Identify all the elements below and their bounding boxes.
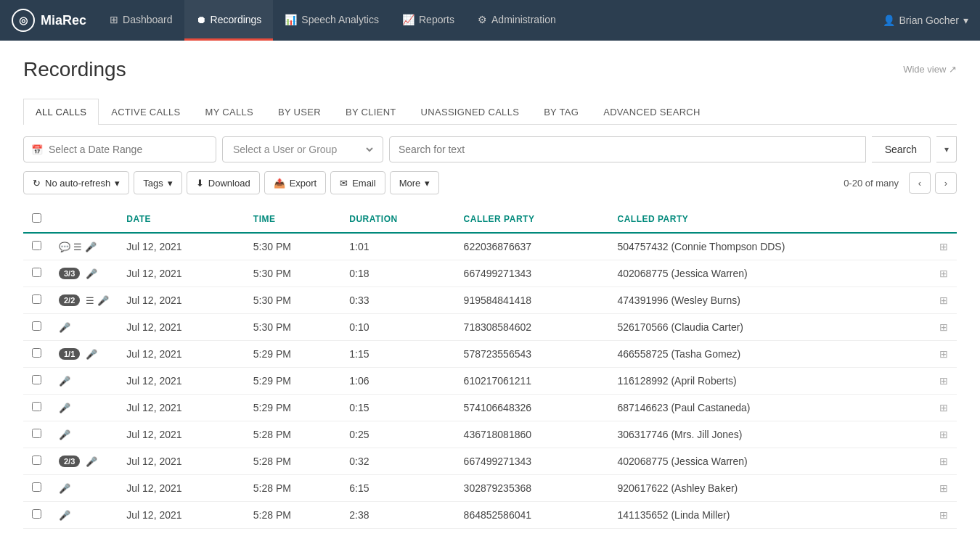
expand-icon[interactable]: ⊞ <box>939 456 948 467</box>
row-caller: 864852586041 <box>455 502 609 529</box>
export-icon: 📤 <box>274 178 285 189</box>
row-called: 474391996 (Wesley Burns) <box>608 287 931 314</box>
row-called: 402068775 (Jessica Warren) <box>608 260 931 287</box>
reports-icon: 📈 <box>402 14 415 25</box>
mic-icon: 🎤 <box>97 295 109 306</box>
row-checkbox[interactable] <box>32 294 41 304</box>
row-date: Jul 12, 2021 <box>118 395 245 421</box>
search-input[interactable] <box>399 144 857 155</box>
nav-recordings[interactable]: ⏺ Recordings <box>184 0 274 41</box>
tab-all-calls[interactable]: All Calls <box>23 99 99 125</box>
filters-row: 📅 Select a User or Group Search ▾ <box>23 136 957 162</box>
email-button[interactable]: ✉ Email <box>330 171 385 194</box>
user-menu[interactable]: 👤 Brian Gocher ▾ <box>883 15 968 26</box>
row-called: 466558725 (Tasha Gomez) <box>608 341 931 368</box>
more-button[interactable]: More ▾ <box>390 171 440 194</box>
navbar: ◎ MiaRec ⊞ Dashboard ⏺ Recordings 📊 Spee… <box>0 0 980 41</box>
row-duration: 0:25 <box>340 421 454 448</box>
nav-reports[interactable]: 📈 Reports <box>391 0 466 41</box>
nav-administration[interactable]: ⚙ Administration <box>466 0 568 41</box>
tab-by-tag[interactable]: By Tag <box>531 99 591 125</box>
expand-icon[interactable]: ⊞ <box>939 348 948 360</box>
row-checkbox[interactable] <box>32 402 41 411</box>
tab-by-client[interactable]: By Client <box>333 99 409 125</box>
list-icon: ☰ <box>73 242 82 252</box>
row-time: 5:29 PM <box>245 395 340 421</box>
row-checkbox[interactable] <box>32 375 41 384</box>
row-date: Jul 12, 2021 <box>118 287 245 314</box>
row-date: Jul 12, 2021 <box>118 502 245 529</box>
prev-page-button[interactable]: ‹ <box>909 172 931 194</box>
row-expand-cell: ⊞ <box>931 287 957 314</box>
expand-icon[interactable]: ⊞ <box>939 482 948 494</box>
row-expand-cell: ⊞ <box>931 502 957 529</box>
row-icons-cell: 🎤 <box>50 314 118 341</box>
export-button[interactable]: 📤 Export <box>264 171 327 194</box>
brand-logo[interactable]: ◎ MiaRec <box>12 9 86 32</box>
expand-icon[interactable]: ⊞ <box>939 429 948 440</box>
calendar-icon: 📅 <box>31 144 43 155</box>
expand-icon[interactable]: ⊞ <box>939 509 948 521</box>
table-row: 🎤 Jul 12, 2021 5:29 PM 0:15 574106648326… <box>23 395 957 421</box>
tags-button[interactable]: Tags ▾ <box>134 171 181 194</box>
score-badge: 1/1 <box>59 348 80 360</box>
row-checkbox[interactable] <box>32 321 41 331</box>
row-caller: 574106648326 <box>455 395 609 421</box>
row-checkbox-cell <box>23 287 50 314</box>
wide-view-link[interactable]: Wide view ↗ <box>903 64 957 75</box>
expand-icon[interactable]: ⊞ <box>939 241 948 252</box>
row-called: 402068775 (Jessica Warren) <box>608 448 931 475</box>
tab-unassigned-calls[interactable]: Unassigned Calls <box>409 99 532 125</box>
row-time: 5:28 PM <box>245 475 340 502</box>
tab-my-calls[interactable]: My Calls <box>193 99 266 125</box>
row-icons-cell: 🎤 <box>50 395 118 421</box>
expand-icon[interactable]: ⊞ <box>939 268 948 279</box>
expand-icon[interactable]: ⊞ <box>939 294 948 306</box>
row-icons-cell: 🎤 <box>50 502 118 529</box>
tab-by-user[interactable]: By User <box>266 99 333 125</box>
search-dropdown-icon: ▾ <box>944 144 949 154</box>
tab-advanced-search[interactable]: Advanced Search <box>591 99 713 125</box>
row-checkbox[interactable] <box>32 429 41 438</box>
row-checkbox[interactable] <box>32 268 41 277</box>
row-checkbox-cell <box>23 502 50 529</box>
row-checkbox[interactable] <box>32 482 41 492</box>
date-range-input[interactable] <box>49 144 208 155</box>
expand-icon[interactable]: ⊞ <box>939 402 948 413</box>
row-checkbox[interactable] <box>32 509 41 519</box>
tab-active-calls[interactable]: Active Calls <box>99 99 192 125</box>
table-row: 🎤 Jul 12, 2021 5:28 PM 6:15 302879235368… <box>23 475 957 502</box>
row-duration: 0:15 <box>340 395 454 421</box>
next-page-button[interactable]: › <box>935 172 957 194</box>
no-auto-refresh-button[interactable]: ↻ No auto-refresh ▾ <box>23 171 129 194</box>
nav-dashboard[interactable]: ⊞ Dashboard <box>98 0 184 41</box>
icons-header <box>50 206 118 233</box>
chat-icon: 💬 <box>59 242 70 252</box>
row-called: 116128992 (April Roberts) <box>608 368 931 395</box>
search-dropdown-button[interactable]: ▾ <box>936 136 957 162</box>
select-all-checkbox[interactable] <box>32 213 41 223</box>
row-date: Jul 12, 2021 <box>118 448 245 475</box>
user-group-select[interactable]: Select a User or Group <box>230 143 375 156</box>
row-checkbox-cell <box>23 368 50 395</box>
prev-icon: ‹ <box>918 178 921 189</box>
row-caller: 436718081860 <box>455 421 609 448</box>
mic-icon: 🎤 <box>86 456 97 467</box>
row-checkbox[interactable] <box>32 456 41 465</box>
search-button[interactable]: Search <box>872 136 931 162</box>
nav-speech-analytics[interactable]: 📊 Speech Analytics <box>273 0 391 41</box>
search-input-wrap <box>389 136 866 162</box>
row-checkbox[interactable] <box>32 241 41 250</box>
recordings-icon: ⏺ <box>196 14 206 25</box>
row-duration: 1:06 <box>340 368 454 395</box>
expand-icon[interactable]: ⊞ <box>939 321 948 333</box>
row-time: 5:30 PM <box>245 287 340 314</box>
download-button[interactable]: ⬇ Download <box>187 171 260 194</box>
expand-icon[interactable]: ⊞ <box>939 375 948 387</box>
mic-icon: 🎤 <box>59 322 70 333</box>
score-badge: 2/2 <box>59 294 80 306</box>
row-expand-cell: ⊞ <box>931 395 957 421</box>
row-checkbox[interactable] <box>32 348 41 358</box>
row-expand-cell: ⊞ <box>931 368 957 395</box>
date-range-filter: 📅 <box>23 136 216 162</box>
